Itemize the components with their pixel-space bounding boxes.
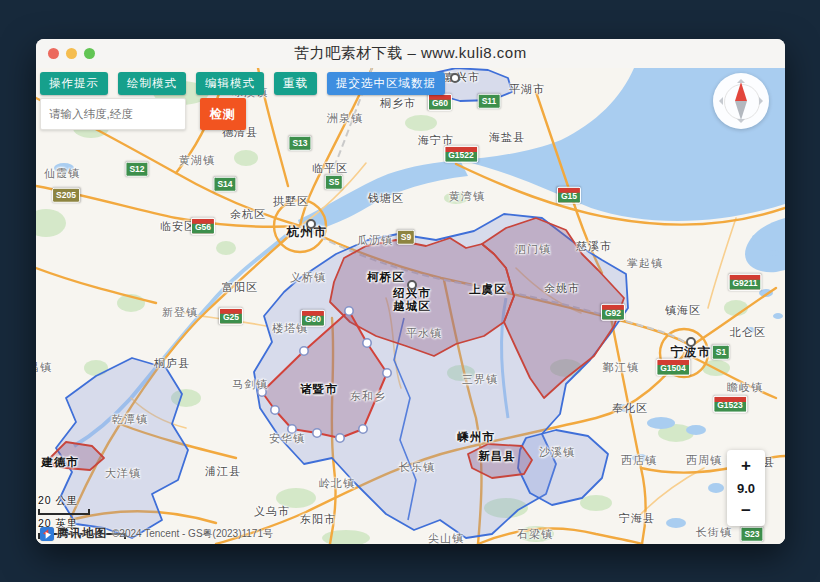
- map-label: 黄湾镇: [449, 189, 485, 204]
- map-label: 拱墅区: [273, 194, 309, 209]
- app-window: 苦力吧素材下载 – www.kuli8.com: [36, 39, 785, 544]
- city-marker-dot: [306, 219, 316, 229]
- close-window-button[interactable]: [48, 48, 59, 59]
- map-labels-layer: 埭溪镇德清县洲泉镇桐乡市嘉兴市平湖市海宁市海盐县黄湾镇黄湖镇仙霞镇临安区余杭区临…: [36, 68, 785, 544]
- map-label: 瓜沥镇: [357, 233, 393, 248]
- road-shield: S11: [478, 94, 501, 109]
- road-shield: G60: [428, 94, 452, 111]
- edit-mode-button[interactable]: 编辑模式: [196, 72, 264, 95]
- city-marker-dot: [686, 337, 696, 347]
- map-label: 马剑镇: [232, 377, 268, 392]
- map-label: 上虞区: [469, 282, 507, 297]
- map-label: 东阳市: [300, 512, 336, 527]
- map-label: 泗门镇: [515, 242, 551, 257]
- map-label: 嵊州市: [457, 430, 495, 445]
- map-label: 黄湖镇: [179, 153, 215, 168]
- map-label: 临安区: [160, 219, 196, 234]
- road-shield: S23: [740, 527, 763, 542]
- zoom-control: + 9.0 −: [727, 450, 765, 526]
- maximize-window-button[interactable]: [84, 48, 95, 59]
- map-label: 楼塔镇: [272, 321, 308, 336]
- attribution-copyright: ©2024 Tencent - GS粤(2023)1171号: [112, 527, 273, 541]
- map-label: 桐乡市: [380, 96, 416, 111]
- submit-selection-button[interactable]: 提交选中区域数据: [327, 72, 445, 95]
- detect-button[interactable]: 检测: [200, 98, 246, 130]
- map-label: 沙溪镇: [539, 445, 575, 460]
- map-label: 掌起镇: [627, 256, 663, 271]
- map-label: 三界镇: [462, 372, 498, 387]
- map-label: 宁海县: [619, 511, 655, 526]
- road-shield: G60: [301, 310, 325, 327]
- zoom-level: 9.0: [737, 481, 755, 496]
- map-label: 平水镇: [406, 326, 442, 341]
- compass-control[interactable]: [713, 73, 769, 129]
- road-shield: G92: [601, 304, 625, 321]
- map-label: 建德市: [41, 455, 79, 470]
- map-label: 新昌县: [478, 449, 516, 464]
- road-shield: S5: [325, 175, 343, 190]
- pan-up-icon[interactable]: [737, 75, 745, 83]
- map-label: 乾潭镇: [112, 412, 148, 427]
- road-shield: S9: [397, 230, 415, 245]
- map-label: 浦江县: [205, 464, 241, 479]
- pan-left-icon[interactable]: [715, 97, 723, 105]
- road-shield: S14: [213, 177, 236, 192]
- map-label: 余杭区: [230, 207, 266, 222]
- zoom-out-button[interactable]: −: [735, 501, 757, 520]
- map-label: 海盐县: [489, 130, 525, 145]
- map-label: 鄞江镇: [603, 360, 639, 375]
- map-label: 越城区: [393, 299, 431, 314]
- map-label: 西周镇: [686, 453, 722, 468]
- map-label: 诸暨市: [300, 382, 338, 397]
- map-label: 瞻岐镇: [727, 380, 763, 395]
- map-label: 洲泉镇: [327, 111, 363, 126]
- road-shield: G15: [557, 187, 581, 204]
- map-label: 昌镇: [36, 360, 52, 375]
- map-label: 仙霞镇: [44, 166, 80, 181]
- map-label: 余姚市: [544, 281, 580, 296]
- traffic-lights: [48, 48, 95, 59]
- pan-down-icon[interactable]: [737, 119, 745, 127]
- map-label: 石梁镇: [517, 527, 553, 542]
- city-marker-dot: [450, 73, 460, 83]
- map-label: 临平区: [312, 161, 348, 176]
- coordinate-search-row: 检测: [40, 98, 246, 130]
- road-shield: G56: [191, 218, 215, 235]
- map-label: 西店镇: [621, 453, 657, 468]
- map-label: 奉化区: [612, 401, 648, 416]
- road-shield: S205: [52, 188, 80, 203]
- map-label: 新登镇: [162, 305, 198, 320]
- road-shield: G9211: [728, 274, 761, 291]
- map-label: 镇海区: [665, 303, 701, 318]
- window-title: 苦力吧素材下载 – www.kuli8.com: [36, 44, 785, 63]
- map-label: 钱塘区: [368, 191, 404, 206]
- coordinate-input[interactable]: [40, 98, 186, 130]
- road-shield: S1: [712, 345, 730, 360]
- map-label: 长乐镇: [399, 460, 435, 475]
- road-shield: G1522: [444, 146, 478, 163]
- map-label: 安华镇: [269, 431, 305, 446]
- map-label: 尖山镇: [428, 531, 464, 545]
- minimize-window-button[interactable]: [66, 48, 77, 59]
- map-label: 桐庐县: [154, 356, 190, 371]
- map-label: 义桥镇: [290, 270, 326, 285]
- map-viewport[interactable]: 埭溪镇德清县洲泉镇桐乡市嘉兴市平湖市海宁市海盐县黄湾镇黄湖镇仙霞镇临安区余杭区临…: [36, 68, 785, 544]
- zoom-in-button[interactable]: +: [735, 456, 757, 475]
- compass-north-needle-icon: [735, 82, 747, 101]
- map-label: 岭北镇: [319, 476, 355, 491]
- draw-mode-button[interactable]: 绘制模式: [118, 72, 186, 95]
- title-bar: 苦力吧素材下载 – www.kuli8.com: [36, 39, 785, 69]
- map-label: 东和乡: [350, 389, 386, 404]
- road-shield: G1504: [656, 359, 690, 376]
- map-label: 海宁市: [418, 133, 454, 148]
- hint-mode-button[interactable]: 操作提示: [40, 72, 108, 95]
- map-label: 大洋镇: [105, 466, 141, 481]
- road-shield: G1523: [713, 396, 747, 413]
- pan-right-icon[interactable]: [759, 97, 767, 105]
- map-label: 柯桥区: [367, 270, 405, 285]
- map-label: 义乌市: [254, 504, 290, 519]
- tencent-map-logo-icon: [40, 527, 54, 541]
- road-shield: S12: [125, 162, 148, 177]
- reload-button[interactable]: 重载: [274, 72, 317, 95]
- map-toolbar: 操作提示绘制模式编辑模式重载提交选中区域数据: [40, 72, 445, 95]
